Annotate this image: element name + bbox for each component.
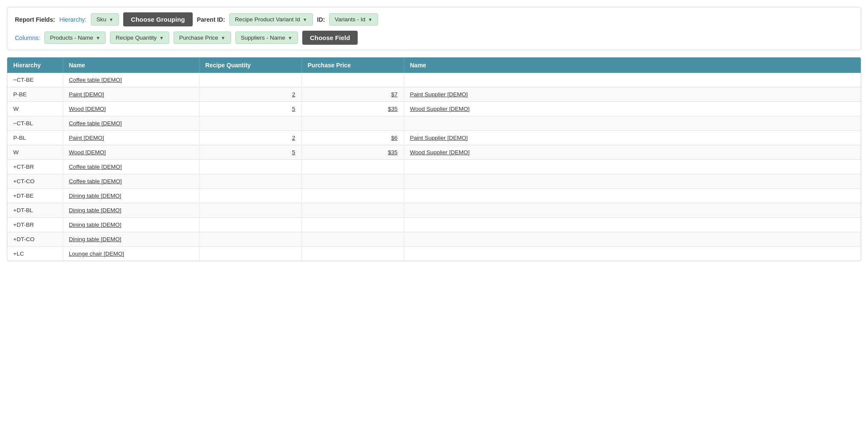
hierarchy-link[interactable]: Hierarchy: — [59, 16, 87, 23]
recipe-quantity-dropdown[interactable]: Recipe Quantity ▼ — [110, 32, 169, 44]
product-name-link[interactable]: Paint [DEMO] — [69, 135, 104, 141]
product-name-link[interactable]: Dining table [DEMO] — [69, 222, 122, 228]
table-row: +CT-BRCoffee table [DEMO] — [7, 160, 861, 174]
supplier-name-cell — [404, 160, 861, 174]
hierarchy-cell: +CT-CO — [7, 174, 63, 189]
table-row: +CT-COCoffee table [DEMO] — [7, 174, 861, 189]
table-row: P-BLPaint [DEMO]2$6Paint Supplier [DEMO] — [7, 131, 861, 145]
recipe-qty-cell: 2 — [199, 131, 301, 145]
data-table-container: Hierarchy Name Recipe Quantity Purchase … — [7, 57, 861, 261]
name-cell: Lounge chair [DEMO] — [63, 247, 199, 261]
supplier-name-link[interactable]: Paint Supplier [DEMO] — [410, 135, 468, 141]
recipe-qty-cell — [199, 189, 301, 203]
product-name-link[interactable]: Coffee table [DEMO] — [69, 164, 122, 170]
supplier-name-link[interactable]: Paint Supplier [DEMO] — [410, 91, 468, 98]
supplier-name-cell: Paint Supplier [DEMO] — [404, 87, 861, 102]
hierarchy-cell: W — [7, 145, 63, 160]
product-name-link[interactable]: Coffee table [DEMO] — [69, 178, 122, 184]
columns-link[interactable]: Columns: — [15, 35, 40, 41]
purchase-price-cell: $35 — [301, 102, 404, 116]
recipe-qty-cell — [199, 174, 301, 189]
recipe-qty-value[interactable]: 2 — [292, 91, 295, 98]
choose-grouping-button[interactable]: Choose Grouping — [123, 12, 193, 26]
name-cell: Paint [DEMO] — [63, 131, 199, 145]
product-name-link[interactable]: Lounge chair [DEMO] — [69, 251, 124, 257]
hierarchy-cell: P-BE — [7, 87, 63, 102]
products-name-dropdown[interactable]: Products - Name ▼ — [44, 32, 106, 44]
name-cell: Dining table [DEMO] — [63, 218, 199, 232]
purchase-price-value[interactable]: $35 — [388, 149, 398, 156]
chevron-down-icon: ▼ — [159, 35, 164, 40]
recipe-qty-cell: 2 — [199, 87, 301, 102]
table-row: −CT-BLCoffee table [DEMO] — [7, 116, 861, 131]
supplier-name-cell — [404, 73, 861, 87]
recipe-qty-value[interactable]: 2 — [292, 135, 295, 141]
recipe-qty-cell — [199, 73, 301, 87]
purchase-price-cell: $6 — [301, 131, 404, 145]
chevron-down-icon: ▼ — [368, 17, 373, 22]
product-name-link[interactable]: Dining table [DEMO] — [69, 193, 122, 199]
name-cell: Dining table [DEMO] — [63, 203, 199, 218]
purchase-price-cell — [301, 218, 404, 232]
parent-id-dropdown[interactable]: Recipe Product Variant Id ▼ — [229, 13, 313, 26]
recipe-qty-cell: 5 — [199, 102, 301, 116]
purchase-price-value[interactable]: $7 — [391, 91, 397, 98]
product-name-link[interactable]: Paint [DEMO] — [69, 91, 104, 98]
sku-dropdown[interactable]: Sku ▼ — [91, 13, 119, 26]
recipe-qty-cell — [199, 160, 301, 174]
purchase-price-cell — [301, 203, 404, 218]
supplier-name-cell — [404, 232, 861, 247]
hierarchy-cell: +DT-BE — [7, 189, 63, 203]
purchase-price-cell: $35 — [301, 145, 404, 160]
chevron-down-icon: ▼ — [109, 17, 113, 22]
product-name-link[interactable]: Dining table [DEMO] — [69, 236, 122, 242]
col-header-supplier-name: Name — [404, 58, 861, 73]
recipe-qty-value[interactable]: 5 — [292, 149, 295, 156]
supplier-name-cell — [404, 218, 861, 232]
parent-id-label: Parent ID: — [197, 16, 225, 23]
table-row: P-BEPaint [DEMO]2$7Paint Supplier [DEMO] — [7, 87, 861, 102]
name-cell: Paint [DEMO] — [63, 87, 199, 102]
supplier-name-cell — [404, 174, 861, 189]
product-name-link[interactable]: Wood [DEMO] — [69, 106, 106, 112]
supplier-name-cell — [404, 189, 861, 203]
product-name-link[interactable]: Coffee table [DEMO] — [69, 77, 122, 83]
recipe-qty-cell — [199, 203, 301, 218]
purchase-price-cell — [301, 247, 404, 261]
name-cell: Coffee table [DEMO] — [63, 160, 199, 174]
col-header-name: Name — [63, 58, 199, 73]
supplier-name-cell — [404, 247, 861, 261]
purchase-price-cell — [301, 189, 404, 203]
name-cell: Dining table [DEMO] — [63, 232, 199, 247]
name-cell: Wood [DEMO] — [63, 102, 199, 116]
hierarchy-cell: +DT-CO — [7, 232, 63, 247]
choose-field-button[interactable]: Choose Field — [302, 31, 358, 45]
product-name-link[interactable]: Wood [DEMO] — [69, 149, 106, 156]
fields-row-2: Columns: Products - Name ▼ Recipe Quanti… — [15, 31, 853, 45]
table-row: +DT-CODining table [DEMO] — [7, 232, 861, 247]
product-name-link[interactable]: Dining table [DEMO] — [69, 207, 122, 213]
hierarchy-cell: P-BL — [7, 131, 63, 145]
purchase-price-cell — [301, 232, 404, 247]
name-cell: Coffee table [DEMO] — [63, 174, 199, 189]
table-row: +DT-BRDining table [DEMO] — [7, 218, 861, 232]
purchase-price-cell — [301, 116, 404, 131]
recipe-qty-value[interactable]: 5 — [292, 106, 295, 112]
table-row: +LCLounge chair [DEMO] — [7, 247, 861, 261]
recipe-qty-cell — [199, 116, 301, 131]
suppliers-name-dropdown[interactable]: Suppliers - Name ▼ — [235, 32, 298, 44]
purchase-price-dropdown[interactable]: Purchase Price ▼ — [174, 32, 231, 44]
supplier-name-link[interactable]: Wood Supplier [DEMO] — [410, 149, 470, 156]
supplier-name-link[interactable]: Wood Supplier [DEMO] — [410, 106, 470, 112]
table-row: +DT-BEDining table [DEMO] — [7, 189, 861, 203]
id-dropdown[interactable]: Variants - Id ▼ — [329, 13, 378, 26]
purchase-price-value[interactable]: $6 — [391, 135, 397, 141]
name-cell: Wood [DEMO] — [63, 145, 199, 160]
chevron-down-icon: ▼ — [288, 35, 292, 40]
product-name-link[interactable]: Coffee table [DEMO] — [69, 120, 122, 127]
fields-row-1: Report Fields: Hierarchy: Sku ▼ Choose G… — [15, 12, 853, 26]
purchase-price-cell: $7 — [301, 87, 404, 102]
chevron-down-icon: ▼ — [221, 35, 226, 40]
name-cell: Coffee table [DEMO] — [63, 73, 199, 87]
purchase-price-value[interactable]: $35 — [388, 106, 398, 112]
